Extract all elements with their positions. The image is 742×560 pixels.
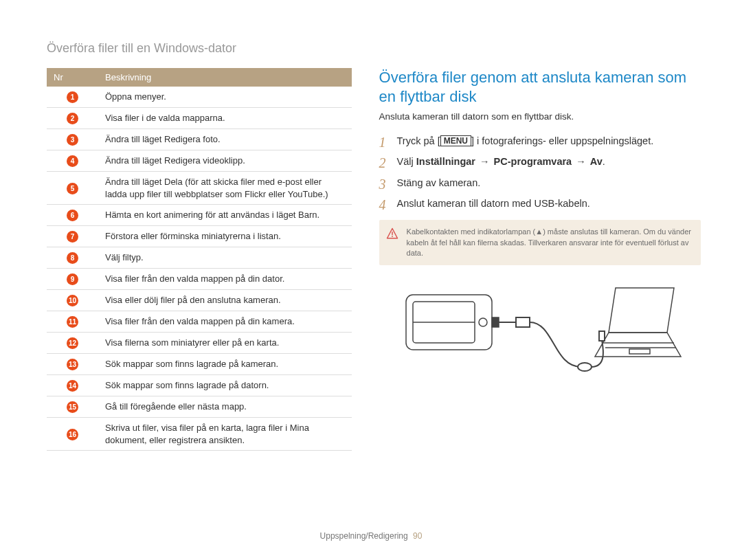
section-subtitle: Ansluta kameran till datorn som en flytt… (379, 111, 701, 122)
circled-number-icon: 12 (67, 337, 78, 349)
step-3: Stäng av kameran. (379, 176, 701, 190)
row-description: Sök mappar som finns lagrade på datorn. (98, 375, 352, 396)
row-number-cell: 12 (47, 333, 98, 354)
table-row: 16Skriva ut filer, visa filer på en kart… (47, 418, 352, 451)
step-2-d: Av (590, 156, 603, 167)
svg-rect-13 (599, 331, 605, 341)
circled-number-icon: 7 (67, 231, 78, 243)
page-footer: Uppspelning/Redigering 90 (0, 531, 742, 541)
row-description: Sök mappar som finns lagrade på kameran. (98, 354, 352, 375)
table-row: 2Visa filer i de valda mapparna. (47, 108, 352, 129)
row-description: Visa eller dölj filer på den anslutna ka… (98, 290, 352, 311)
row-description: Förstora eller förminska miniatyrerna i … (98, 226, 352, 247)
row-description: Ändra till läget Redigera videoklipp. (98, 150, 352, 172)
warning-box: Kabelkontakten med indikatorlampan (▲) m… (379, 220, 701, 265)
row-description: Skriva ut filer, visa filer på en karta,… (98, 418, 352, 451)
warning-text: Kabelkontakten med indikatorlampan (▲) m… (407, 227, 691, 257)
arrow-icon: → (478, 156, 491, 167)
table-header-desc: Beskrivning (98, 68, 352, 87)
circled-number-icon: 13 (67, 359, 78, 370)
row-description: Hämta en kort animering för att användas… (98, 205, 352, 226)
menu-button-icon: MENU (440, 135, 471, 146)
row-description: Ändra till läget Redigera foto. (98, 129, 352, 150)
table-row: 15Gå till föregående eller nästa mapp. (47, 396, 352, 418)
arrow-icon: → (574, 156, 587, 167)
row-number-cell: 3 (47, 129, 98, 150)
row-number-cell: 10 (47, 290, 98, 311)
step-2-c: PC-programvara (494, 156, 572, 167)
row-description: Visa filer i de valda mapparna. (98, 108, 352, 129)
row-number-cell: 11 (47, 311, 98, 333)
table-row: 5Ändra till läget Dela (för att skicka f… (47, 172, 352, 205)
svg-point-2 (392, 236, 393, 237)
table-row: 10Visa eller dölj filer på den anslutna … (47, 290, 352, 311)
step-1-text-b: ] i fotograferings- eller uppspelningslä… (471, 135, 653, 146)
svg-point-12 (578, 363, 592, 371)
svg-rect-11 (516, 317, 530, 327)
step-1-text-a: Tryck på [ (397, 135, 440, 146)
circled-number-icon: 2 (67, 113, 78, 124)
row-number-cell: 15 (47, 396, 98, 418)
circled-number-icon: 9 (67, 273, 78, 285)
step-4: Anslut kameran till datorn med USB-kabel… (379, 197, 701, 210)
table-row: 8Välj filtyp. (47, 247, 352, 269)
circled-number-icon: 6 (67, 210, 78, 221)
step-1: Tryck på [MENU] i fotograferings- eller … (379, 134, 701, 148)
row-number-cell: 5 (47, 172, 98, 205)
row-number-cell: 16 (47, 418, 98, 451)
table-row: 3Ändra till läget Redigera foto. (47, 129, 352, 150)
circled-number-icon: 14 (67, 380, 78, 392)
circled-number-icon: 11 (67, 316, 78, 328)
row-number-cell: 14 (47, 375, 98, 396)
row-description: Välj filtyp. (98, 247, 352, 269)
footer-page-number: 90 (413, 531, 422, 541)
step-2-a: Välj (397, 156, 416, 167)
svg-point-6 (479, 318, 487, 326)
row-number-cell: 6 (47, 205, 98, 226)
warning-icon (386, 227, 398, 240)
steps-list: Tryck på [MENU] i fotograferings- eller … (379, 134, 701, 210)
table-row: 4Ändra till läget Redigera videoklipp. (47, 150, 352, 172)
circled-number-icon: 16 (67, 429, 78, 440)
description-table: Nr Beskrivning 1Öppna menyer.2Visa filer… (47, 68, 352, 451)
circled-number-icon: 10 (67, 295, 78, 306)
table-row: 11Visa filer från den valda mappen på di… (47, 311, 352, 333)
footer-section: Uppspelning/Redigering (320, 531, 408, 541)
row-description: Visa filer från den valda mappen på din … (98, 269, 352, 290)
row-description: Visa filer från den valda mappen på din … (98, 311, 352, 333)
row-description: Öppna menyer. (98, 87, 352, 108)
step-2-b: Inställningar (416, 156, 475, 167)
table-header-nr: Nr (47, 68, 98, 87)
row-number-cell: 8 (47, 247, 98, 269)
circled-number-icon: 4 (67, 155, 78, 167)
step-2: Välj Inställningar → PC-programvara → Av… (379, 155, 701, 168)
row-number-cell: 9 (47, 269, 98, 290)
table-row: 9Visa filer från den valda mappen på din… (47, 269, 352, 290)
table-row: 7Förstora eller förminska miniatyrerna i… (47, 226, 352, 247)
circled-number-icon: 3 (67, 134, 78, 146)
svg-rect-10 (629, 349, 650, 354)
section-title: Överföra filer genom att ansluta kameran… (379, 68, 701, 106)
row-description: Gå till föregående eller nästa mapp. (98, 396, 352, 418)
connection-illustration (379, 278, 701, 396)
table-row: 1Öppna menyer. (47, 87, 352, 108)
step-2-dot: . (603, 156, 605, 167)
svg-rect-7 (492, 317, 499, 327)
row-number-cell: 7 (47, 226, 98, 247)
table-row: 14Sök mappar som finns lagrade på datorn… (47, 375, 352, 396)
table-row: 12Visa filerna som miniatyrer eller på e… (47, 333, 352, 354)
circled-number-icon: 8 (67, 252, 78, 264)
table-row: 13Sök mappar som finns lagrade på kamera… (47, 354, 352, 375)
row-number-cell: 13 (47, 354, 98, 375)
row-number-cell: 4 (47, 150, 98, 172)
circled-number-icon: 1 (67, 91, 78, 103)
circled-number-icon: 5 (67, 183, 78, 194)
row-description: Visa filerna som miniatyrer eller på en … (98, 333, 352, 354)
breadcrumb: Överföra filer till en Windows-dator (47, 41, 701, 56)
row-description: Ändra till läget Dela (för att skicka fi… (98, 172, 352, 205)
table-row: 6Hämta en kort animering för att använda… (47, 205, 352, 226)
row-number-cell: 2 (47, 108, 98, 129)
circled-number-icon: 15 (67, 401, 78, 413)
row-number-cell: 1 (47, 87, 98, 108)
